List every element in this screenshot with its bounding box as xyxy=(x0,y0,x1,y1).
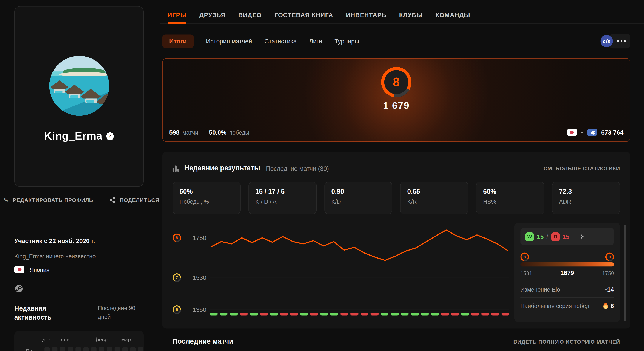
match-result-win xyxy=(410,312,418,315)
win-loss-summary[interactable]: W 15 / П 15 xyxy=(520,228,614,245)
loss-chip-icon: П xyxy=(551,232,560,241)
elo-range-min: 1531 xyxy=(520,270,532,276)
heatmap-cell xyxy=(44,347,50,351)
tab-videos[interactable]: ВИДЕО xyxy=(238,8,262,22)
match-result-loss xyxy=(441,312,449,315)
subtab-match-history[interactable]: История матчей xyxy=(206,38,252,44)
match-result-win xyxy=(461,312,469,315)
match-result-win xyxy=(220,312,228,315)
match-result-loss xyxy=(501,312,509,315)
member-since: Участник с 22 нояб. 2020 г. xyxy=(14,238,95,244)
stat-card-hs: 60%HS% xyxy=(476,182,544,214)
win-streak-row: Наибольшая серия побед 6 xyxy=(520,297,614,309)
japan-flag-icon xyxy=(14,266,24,273)
elo-line-plot xyxy=(210,222,509,311)
recent-results-title: Недавние результаты xyxy=(184,164,260,172)
level-badge-8: 8 xyxy=(381,67,412,97)
scrollbar-thumb[interactable] xyxy=(624,224,626,321)
tab-inventory[interactable]: ИНВЕНТАРЬ xyxy=(346,8,386,22)
recent-activity-title: Недавняя активность xyxy=(14,304,52,322)
edit-icon: ✎ xyxy=(3,196,8,204)
match-result-win xyxy=(421,312,429,315)
subtab-leagues[interactable]: Лиги xyxy=(309,38,322,44)
ytick-1350: 6 1350 xyxy=(172,306,206,314)
share-profile-button[interactable]: ПОДЕЛИТЬСЯ xyxy=(109,197,160,204)
eu-region-icon xyxy=(587,129,597,136)
country-name: Япония xyxy=(30,266,50,273)
elo-chart: 8 1750 7 1530 6 1350 W xyxy=(172,222,620,322)
stat-cards-row: 50%Победы, % 15 / 17 / 5K / D / A 0.90K/… xyxy=(172,182,620,214)
match-result-loss xyxy=(360,312,368,315)
stat-card-winrate: 50%Победы, % xyxy=(172,182,241,214)
heatmap-cell xyxy=(60,347,66,351)
tab-games[interactable]: ИГРЫ xyxy=(168,8,187,22)
elo-hero-banner: 8 1 679 598матчи 50.0%победы - 673 764 xyxy=(162,58,630,142)
activity-heatmap-panel: дек. янв. февр. март Пн xyxy=(14,330,144,351)
level-badge-7-icon: 7 xyxy=(172,273,181,282)
country-rank: - xyxy=(581,129,583,136)
month-label: янв. xyxy=(61,336,71,342)
subtab-statistics[interactable]: Статистика xyxy=(264,38,296,44)
match-results-strip xyxy=(210,312,509,315)
match-result-loss xyxy=(451,312,459,315)
username: King_Erma xyxy=(44,130,102,142)
level-badge-6-icon: 6 xyxy=(172,306,181,314)
elo-range-max: 1750 xyxy=(602,270,614,276)
match-result-loss xyxy=(471,312,479,315)
recent-results-card: Недавние результаты Последние матчи (30)… xyxy=(162,152,630,328)
tab-teams[interactable]: КОМАНДЫ xyxy=(435,8,470,22)
tab-clubs[interactable]: КЛУБЫ xyxy=(399,8,423,22)
match-result-win xyxy=(320,312,328,315)
profile-tabs: ИГРЫ ДРУЗЬЯ ВИДЕО ГОСТЕВАЯ КНИГА ИНВЕНТА… xyxy=(168,8,470,22)
avatar-image xyxy=(49,56,109,116)
subtab-overview[interactable]: Итоги xyxy=(162,34,194,48)
match-result-loss xyxy=(491,312,499,315)
match-result-loss xyxy=(260,312,268,315)
game-subnav: Итоги История матчей Статистика Лиги Тур… xyxy=(162,34,630,48)
wins-count: 15 xyxy=(537,233,544,240)
match-result-win xyxy=(250,312,258,315)
see-more-stats-link[interactable]: СМ. БОЛЬШЕ СТАТИСТИКИ xyxy=(544,166,620,172)
stat-card-kr: 0.65K/R xyxy=(400,182,468,214)
nav-divider xyxy=(160,24,644,24)
win-streak-value: 6 xyxy=(611,302,614,309)
stat-card-kda: 15 / 17 / 5K / D / A xyxy=(248,182,316,214)
stat-card-adr: 72.3ADR xyxy=(552,182,620,214)
match-result-win xyxy=(401,312,409,315)
steam-icon xyxy=(14,284,24,293)
match-result-loss xyxy=(350,312,358,315)
full-match-history-link[interactable]: ВИДЕТЬ ПОЛНУЮ ИСТОРИЮ МАТЧЕЙ xyxy=(513,338,620,345)
more-options-icon xyxy=(617,40,619,42)
match-result-win xyxy=(210,312,218,315)
month-label: февр. xyxy=(94,336,109,342)
cs2-game-icon[interactable]: cs xyxy=(600,35,613,47)
current-elo: 1 679 xyxy=(162,100,630,112)
subtab-tournaments[interactable]: Турниры xyxy=(334,38,359,44)
heatmap-cell xyxy=(76,347,81,351)
ytick-1750: 8 1750 xyxy=(172,233,206,242)
edit-profile-button[interactable]: ✎ РЕДАКТИРОВАТЬ ПРОФИЛЬ xyxy=(3,196,93,204)
heatmap-cell xyxy=(91,347,96,351)
matches-count: 598матчи xyxy=(169,129,198,136)
match-result-loss xyxy=(240,312,248,315)
match-result-win xyxy=(270,312,278,315)
heatmap-cell xyxy=(115,347,120,351)
steam-link[interactable] xyxy=(14,284,24,293)
match-result-win xyxy=(300,312,308,315)
elo-change-value: -14 xyxy=(605,286,614,293)
avatar[interactable] xyxy=(49,56,109,116)
tab-guestbook[interactable]: ГОСТЕВАЯ КНИГА xyxy=(274,8,333,22)
share-icon xyxy=(109,197,116,204)
latest-matches-title: Последние матчи xyxy=(172,338,234,346)
match-result-loss xyxy=(481,312,489,315)
tab-friends[interactable]: ДРУЗЬЯ xyxy=(200,8,226,22)
match-result-loss xyxy=(280,312,288,315)
main-content: ИГРЫ ДРУЗЬЯ ВИДЕО ГОСТЕВАЯ КНИГА ИНВЕНТА… xyxy=(160,0,644,351)
edit-profile-label: РЕДАКТИРОВАТЬ ПРОФИЛЬ xyxy=(13,197,93,203)
losses-count: 15 xyxy=(562,233,569,240)
stat-card-kd: 0.90K/D xyxy=(324,182,392,214)
region-ranking: - 673 764 xyxy=(567,129,623,136)
bar-chart-icon xyxy=(172,166,179,172)
heatmap-cell xyxy=(68,347,73,351)
match-result-loss xyxy=(290,312,298,315)
